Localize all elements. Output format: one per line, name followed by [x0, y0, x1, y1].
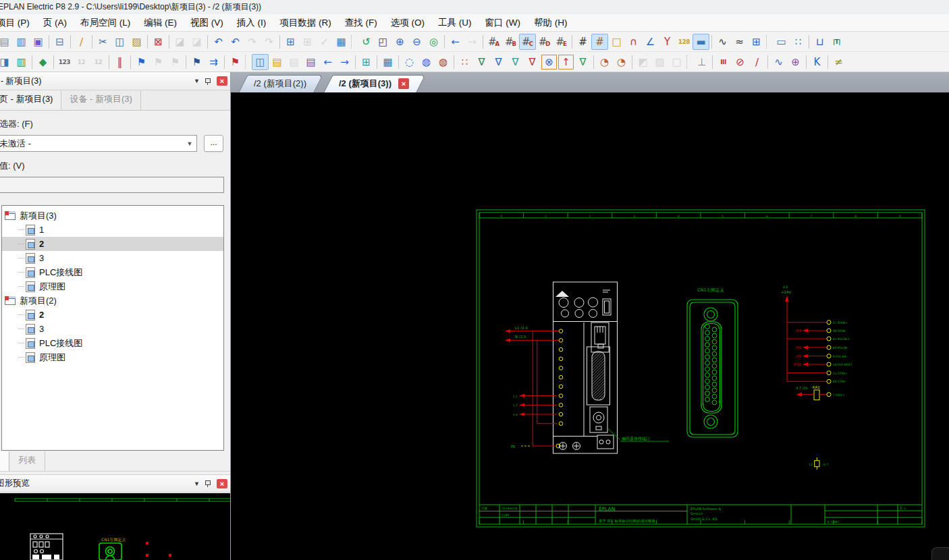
- menu-item-10[interactable]: 窗口 (W): [479, 14, 527, 32]
- value-input[interactable]: [0, 177, 224, 193]
- zoom-100-button[interactable]: ◎: [425, 34, 442, 50]
- plugin-button[interactable]: ◆: [34, 54, 51, 70]
- place-box-button[interactable]: ▭: [773, 34, 790, 50]
- tab-devices[interactable]: 设备 - 新项目(3): [61, 90, 140, 110]
- graphical-preview[interactable]: CN1引脚定义: [0, 493, 231, 560]
- connection-point-button[interactable]: ⊘: [732, 54, 749, 70]
- report-save-button[interactable]: ⚑: [188, 54, 205, 70]
- preview-close-button[interactable]: ×: [217, 479, 227, 488]
- grid-size-e-button[interactable]: #E: [553, 34, 570, 50]
- menu-item-9[interactable]: 工具 (U): [431, 14, 479, 32]
- angle-snap-button[interactable]: ∠: [642, 34, 659, 50]
- report-delete-button[interactable]: ⚑: [227, 54, 244, 70]
- object-frame-button[interactable]: □: [608, 34, 625, 50]
- report-ok-button[interactable]: ⚑: [133, 54, 150, 70]
- signal-broadcast-button[interactable]: ≈: [731, 34, 748, 50]
- undo-list-button[interactable]: ↶: [210, 34, 227, 50]
- tree-page[interactable]: 3: [2, 251, 223, 265]
- print-button[interactable]: ⊟: [51, 34, 68, 50]
- tree-page[interactable]: PLC接线图: [2, 336, 223, 350]
- update-connections-button[interactable]: ‖: [111, 54, 128, 70]
- terminal-filter-4-button[interactable]: ∇: [524, 54, 541, 70]
- preview-menu-chevron-icon[interactable]: ▼: [190, 480, 204, 487]
- terminal-filter-2-button[interactable]: ∇: [490, 54, 507, 70]
- table-add-button[interactable]: ⊞: [358, 54, 375, 70]
- menu-item-4[interactable]: 视图 (V): [184, 14, 230, 32]
- insert-text-button[interactable]: |T|: [828, 34, 845, 50]
- tab-list[interactable]: 列表: [9, 451, 45, 471]
- panel-menu-chevron-icon[interactable]: ▼: [190, 78, 204, 84]
- settings-wrench-button[interactable]: ∕: [73, 34, 90, 50]
- tree-page[interactable]: 原理图: [2, 350, 223, 364]
- crossing-tool-button[interactable]: ≠: [830, 54, 847, 70]
- document-tab-0[interactable]: /2 (新项目(2)): [243, 75, 319, 92]
- parts-cart-button[interactable]: ⊔: [811, 34, 828, 50]
- sync-funnel-button[interactable]: ∇: [574, 54, 591, 70]
- net-grid-button[interactable]: ⊞: [748, 34, 765, 50]
- zoom-out-button[interactable]: ⊖: [408, 34, 425, 50]
- schematic-canvas[interactable]: 0123456789 EPLAN基于 IEC 标准标识结构的项目模板EPLAN …: [231, 92, 949, 560]
- terminal-filter-3-button[interactable]: ∇: [507, 54, 524, 70]
- tree-project[interactable]: 新项目(2): [2, 293, 223, 308]
- filter-dropdown[interactable]: - 未激活 - ▼: [0, 135, 197, 152]
- new-page-button[interactable]: ▤: [269, 54, 286, 70]
- device-multi-button[interactable]: ◍: [435, 54, 452, 70]
- document-tab-1[interactable]: /2 (新项目(3))×: [328, 75, 421, 92]
- device-cross-button[interactable]: ⊗: [541, 54, 558, 70]
- value-128-button[interactable]: 128: [676, 34, 693, 50]
- device-select-button[interactable]: ◌: [401, 54, 418, 70]
- menu-item-6[interactable]: 项目数据 (R): [273, 14, 338, 32]
- menu-item-0[interactable]: 项目 (P): [0, 14, 36, 32]
- tree-page[interactable]: 3: [2, 322, 223, 336]
- window-layout-button[interactable]: ⊞: [282, 34, 299, 50]
- panel-pin-icon[interactable]: [204, 78, 211, 85]
- copy-button[interactable]: ◫: [111, 34, 128, 50]
- tree-page[interactable]: 2: [2, 237, 223, 251]
- connection-bars-button[interactable]: III: [715, 54, 732, 70]
- device-numbering-button[interactable]: 123: [56, 54, 73, 70]
- menu-item-2[interactable]: 布局空间 (L): [74, 14, 137, 32]
- gauge-2-button[interactable]: ◔: [613, 54, 630, 70]
- grid-size-a-button[interactable]: #A: [485, 34, 502, 50]
- menu-item-3[interactable]: 编辑 (E): [137, 14, 184, 32]
- grid-toggle-button[interactable]: #: [574, 34, 591, 50]
- open-project-button[interactable]: ▥: [13, 34, 30, 50]
- terminal-filter-1-button[interactable]: ∇: [473, 54, 490, 70]
- edit-mode-button[interactable]: ▬: [693, 34, 709, 50]
- gauge-1-button[interactable]: ◔: [596, 54, 613, 70]
- page-export-button[interactable]: →: [336, 54, 353, 70]
- tree-page[interactable]: PLC接线图: [2, 265, 223, 279]
- junction-tool-button[interactable]: ⊕: [787, 54, 804, 70]
- tree-page[interactable]: 原理图: [2, 279, 223, 293]
- refresh-view-button[interactable]: ↺: [358, 34, 375, 50]
- menu-item-7[interactable]: 查找 (F): [338, 14, 384, 32]
- copy-page-button[interactable]: ◫: [252, 54, 269, 70]
- close-project-button[interactable]: ▣: [30, 34, 47, 50]
- page-rename-button[interactable]: ▤: [302, 54, 319, 70]
- filter-view-button[interactable]: ▦: [379, 54, 396, 70]
- terminal-strips-button[interactable]: ∷: [456, 54, 473, 70]
- menu-item-8[interactable]: 选项 (O): [384, 14, 431, 32]
- signal-wave-button[interactable]: ∿: [714, 34, 731, 50]
- device-navigator-button[interactable]: ▥: [13, 54, 30, 70]
- new-project-button[interactable]: ▤: [0, 34, 13, 50]
- connection-tree-button[interactable]: Y: [659, 34, 676, 50]
- insert-table-button[interactable]: ▦: [333, 34, 350, 50]
- undo-button[interactable]: ↶: [227, 34, 244, 50]
- close-tab-button[interactable]: ×: [398, 78, 409, 89]
- snap-to-grid-button[interactable]: #: [591, 34, 608, 50]
- stamp-tool-button[interactable]: ⊥: [693, 54, 710, 70]
- tab-tree[interactable]: 树: [0, 451, 9, 471]
- connection-slash-button[interactable]: ∕: [749, 54, 765, 70]
- cut-button[interactable]: ✂: [94, 34, 111, 50]
- paste-button[interactable]: ▨: [128, 34, 145, 50]
- tree-page[interactable]: 1: [2, 223, 223, 237]
- preview-pin-icon[interactable]: [204, 480, 211, 487]
- zoom-window-button[interactable]: ◰: [375, 34, 391, 50]
- panel-close-button[interactable]: ×: [217, 76, 227, 86]
- grid-size-d-button[interactable]: #D: [536, 34, 553, 50]
- zoom-in-button[interactable]: ⊕: [391, 34, 408, 50]
- page-import-button[interactable]: ←: [319, 54, 336, 70]
- tab-pages[interactable]: 页 - 新项目(3): [0, 90, 61, 110]
- device-single-button[interactable]: ◍: [418, 54, 435, 70]
